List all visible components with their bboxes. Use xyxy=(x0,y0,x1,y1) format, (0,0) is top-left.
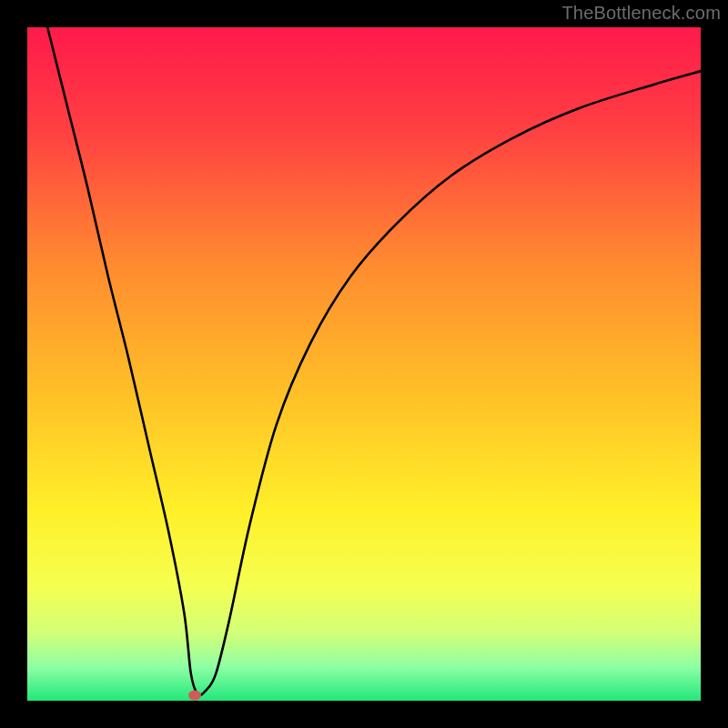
bottleneck-curve xyxy=(27,27,701,701)
watermark-text: TheBottleneck.com xyxy=(561,3,721,24)
plot-area xyxy=(27,27,701,701)
optimum-marker-icon xyxy=(188,691,201,701)
chart-frame: TheBottleneck.com xyxy=(0,0,728,728)
